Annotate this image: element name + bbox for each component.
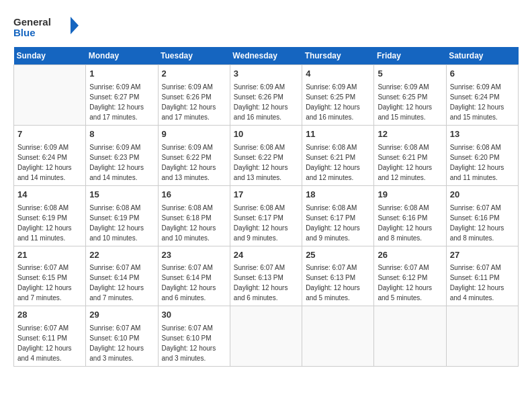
svg-text:General: General [13,16,51,28]
calendar-cell: 14Sunrise: 6:08 AM Sunset: 6:19 PM Dayli… [14,185,86,246]
day-number: 22 [89,249,154,262]
day-number: 9 [162,128,226,141]
week-row-1: 1Sunrise: 6:09 AM Sunset: 6:27 PM Daylig… [14,65,519,126]
day-info: Sunrise: 6:08 AM Sunset: 6:18 PM Dayligh… [162,203,226,243]
day-number: 17 [234,189,298,201]
calendar-cell: 7Sunrise: 6:09 AM Sunset: 6:24 PM Daylig… [14,125,86,185]
calendar-cell: 28Sunrise: 6:07 AM Sunset: 6:11 PM Dayli… [14,306,86,367]
logo-text-block: General Blue [13,13,81,40]
calendar-cell: 21Sunrise: 6:07 AM Sunset: 6:15 PM Dayli… [14,246,86,306]
weekday-header-tuesday: Tuesday [158,47,230,65]
calendar-table: SundayMondayTuesdayWednesdayThursdayFrid… [13,47,519,367]
day-info: Sunrise: 6:08 AM Sunset: 6:16 PM Dayligh… [378,203,442,243]
day-info: Sunrise: 6:07 AM Sunset: 6:10 PM Dayligh… [162,323,226,363]
calendar-cell: 8Sunrise: 6:09 AM Sunset: 6:23 PM Daylig… [86,125,158,185]
calendar-cell: 30Sunrise: 6:07 AM Sunset: 6:10 PM Dayli… [158,306,230,367]
day-info: Sunrise: 6:07 AM Sunset: 6:16 PM Dayligh… [450,203,515,243]
day-info: Sunrise: 6:07 AM Sunset: 6:10 PM Dayligh… [89,323,154,363]
day-number: 5 [378,68,442,81]
day-info: Sunrise: 6:08 AM Sunset: 6:21 PM Dayligh… [306,142,370,183]
calendar-cell [374,306,446,367]
day-number: 10 [234,128,298,141]
calendar-cell: 15Sunrise: 6:08 AM Sunset: 6:19 PM Dayli… [86,185,158,246]
day-info: Sunrise: 6:07 AM Sunset: 6:11 PM Dayligh… [450,263,515,303]
weekday-header-thursday: Thursday [302,47,374,65]
weekday-header-wednesday: Wednesday [230,47,302,65]
calendar-cell: 18Sunrise: 6:08 AM Sunset: 6:17 PM Dayli… [302,185,374,246]
day-info: Sunrise: 6:07 AM Sunset: 6:15 PM Dayligh… [17,263,82,303]
day-number: 20 [450,189,515,201]
weekday-header-monday: Monday [86,47,158,65]
day-number: 19 [378,189,442,201]
weekday-header-row: SundayMondayTuesdayWednesdayThursdayFrid… [14,47,519,65]
day-number: 16 [162,189,226,201]
logo: General Blue [13,13,81,40]
day-info: Sunrise: 6:08 AM Sunset: 6:17 PM Dayligh… [306,203,370,243]
day-number: 6 [450,68,515,81]
week-row-2: 7Sunrise: 6:09 AM Sunset: 6:24 PM Daylig… [14,125,519,185]
calendar-cell: 29Sunrise: 6:07 AM Sunset: 6:10 PM Dayli… [86,306,158,367]
day-info: Sunrise: 6:09 AM Sunset: 6:22 PM Dayligh… [162,142,226,183]
calendar-cell: 25Sunrise: 6:07 AM Sunset: 6:13 PM Dayli… [302,246,374,306]
day-number: 4 [306,68,370,81]
calendar-cell: 11Sunrise: 6:08 AM Sunset: 6:21 PM Dayli… [302,125,374,185]
calendar-cell: 3Sunrise: 6:09 AM Sunset: 6:26 PM Daylig… [230,65,302,126]
week-row-5: 28Sunrise: 6:07 AM Sunset: 6:11 PM Dayli… [14,306,519,367]
day-number: 29 [89,309,154,322]
calendar-cell: 17Sunrise: 6:08 AM Sunset: 6:17 PM Dayli… [230,185,302,246]
calendar-cell: 26Sunrise: 6:07 AM Sunset: 6:12 PM Dayli… [374,246,446,306]
day-info: Sunrise: 6:09 AM Sunset: 6:27 PM Dayligh… [89,82,154,122]
day-info: Sunrise: 6:09 AM Sunset: 6:23 PM Dayligh… [89,142,154,183]
calendar-cell: 24Sunrise: 6:07 AM Sunset: 6:13 PM Dayli… [230,246,302,306]
day-info: Sunrise: 6:08 AM Sunset: 6:22 PM Dayligh… [234,142,298,183]
weekday-header-sunday: Sunday [14,47,86,65]
week-row-3: 14Sunrise: 6:08 AM Sunset: 6:19 PM Dayli… [14,185,519,246]
calendar-cell: 10Sunrise: 6:08 AM Sunset: 6:22 PM Dayli… [230,125,302,185]
day-info: Sunrise: 6:07 AM Sunset: 6:14 PM Dayligh… [89,263,154,303]
calendar-header: SundayMondayTuesdayWednesdayThursdayFrid… [14,47,519,65]
calendar-cell: 13Sunrise: 6:08 AM Sunset: 6:20 PM Dayli… [446,125,518,185]
calendar-cell: 1Sunrise: 6:09 AM Sunset: 6:27 PM Daylig… [86,65,158,126]
day-number: 8 [89,128,154,141]
calendar-cell: 23Sunrise: 6:07 AM Sunset: 6:14 PM Dayli… [158,246,230,306]
calendar-cell: 5Sunrise: 6:09 AM Sunset: 6:25 PM Daylig… [374,65,446,126]
day-info: Sunrise: 6:09 AM Sunset: 6:25 PM Dayligh… [306,82,370,122]
calendar-cell: 19Sunrise: 6:08 AM Sunset: 6:16 PM Dayli… [374,185,446,246]
calendar-cell: 27Sunrise: 6:07 AM Sunset: 6:11 PM Dayli… [446,246,518,306]
day-info: Sunrise: 6:07 AM Sunset: 6:13 PM Dayligh… [234,263,298,303]
day-info: Sunrise: 6:08 AM Sunset: 6:21 PM Dayligh… [378,142,442,183]
day-info: Sunrise: 6:08 AM Sunset: 6:17 PM Dayligh… [234,203,298,243]
day-info: Sunrise: 6:07 AM Sunset: 6:14 PM Dayligh… [162,263,226,303]
calendar-cell: 2Sunrise: 6:09 AM Sunset: 6:26 PM Daylig… [158,65,230,126]
day-info: Sunrise: 6:09 AM Sunset: 6:26 PM Dayligh… [162,82,226,122]
calendar-cell: 16Sunrise: 6:08 AM Sunset: 6:18 PM Dayli… [158,185,230,246]
day-info: Sunrise: 6:09 AM Sunset: 6:24 PM Dayligh… [17,142,82,183]
day-number: 30 [162,309,226,322]
day-info: Sunrise: 6:08 AM Sunset: 6:19 PM Dayligh… [17,203,82,243]
day-info: Sunrise: 6:09 AM Sunset: 6:25 PM Dayligh… [378,82,442,122]
day-info: Sunrise: 6:07 AM Sunset: 6:12 PM Dayligh… [378,263,442,303]
calendar-cell [230,306,302,367]
page-header: General Blue [13,13,519,40]
day-number: 1 [89,68,154,81]
day-number: 24 [234,249,298,262]
day-number: 25 [306,249,370,262]
day-number: 15 [89,189,154,201]
calendar-cell: 9Sunrise: 6:09 AM Sunset: 6:22 PM Daylig… [158,125,230,185]
calendar-cell [14,65,86,126]
day-number: 21 [17,249,82,262]
svg-marker-2 [71,17,79,34]
week-row-4: 21Sunrise: 6:07 AM Sunset: 6:15 PM Dayli… [14,246,519,306]
day-number: 3 [234,68,298,81]
calendar-cell [302,306,374,367]
day-number: 26 [378,249,442,262]
day-number: 18 [306,189,370,201]
day-number: 11 [306,128,370,141]
svg-text:Blue: Blue [13,27,36,38]
day-number: 14 [17,189,82,201]
day-info: Sunrise: 6:09 AM Sunset: 6:26 PM Dayligh… [234,82,298,122]
day-number: 12 [378,128,442,141]
weekday-header-friday: Friday [374,47,446,65]
day-number: 7 [17,128,82,141]
day-info: Sunrise: 6:07 AM Sunset: 6:11 PM Dayligh… [17,323,82,363]
